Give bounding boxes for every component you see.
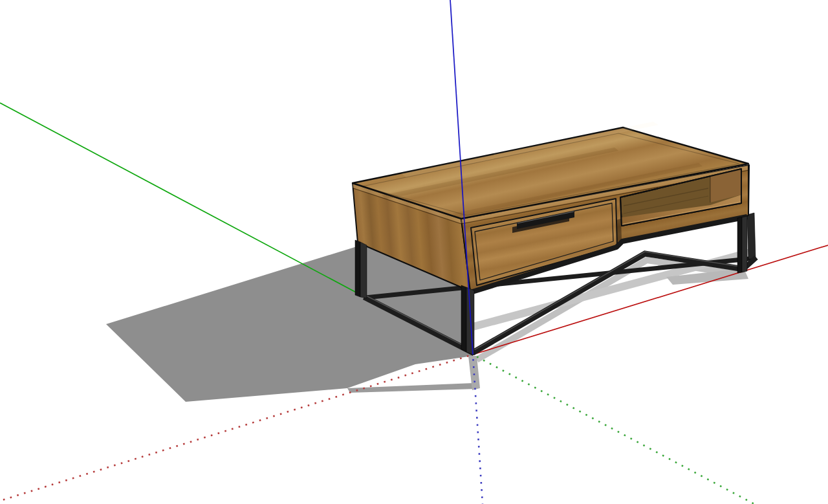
back-left-leg-front bbox=[360, 242, 367, 298]
back-left-leg-side bbox=[355, 240, 360, 297]
back-right-leg[interactable] bbox=[747, 213, 756, 259]
front-right-leg[interactable] bbox=[737, 216, 747, 273]
modeling-viewport[interactable] bbox=[0, 0, 828, 504]
front-right-leg-side bbox=[737, 217, 742, 273]
front-right-leg-front bbox=[742, 216, 747, 272]
3d-canvas[interactable] bbox=[0, 0, 828, 504]
back-left-leg[interactable] bbox=[355, 240, 367, 298]
front-left-leg-side bbox=[461, 285, 466, 352]
